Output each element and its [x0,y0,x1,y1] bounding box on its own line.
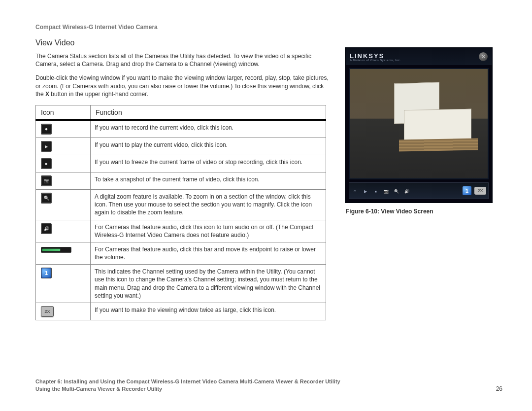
page-number: 26 [496,385,502,392]
channel-icon [41,268,52,278]
table-row: If you want to make the viewing window t… [36,303,326,320]
table-row: If you want to play the current video, c… [36,137,326,155]
video-area[interactable] [349,68,489,179]
para2-bold: X [45,91,49,98]
zoom-icon [41,193,52,204]
row-text: If you want to freeze the current frame … [91,155,326,172]
stop-icon [41,158,52,169]
page-footer: Chapter 6: Installing and Using the Comp… [35,378,502,392]
channel-icon[interactable] [463,186,471,195]
row-text: For Cameras that feature audio, click th… [91,220,326,242]
close-icon[interactable] [479,52,488,61]
table-row: This indicates the Channel setting used … [36,265,326,303]
stop-icon[interactable] [372,187,379,195]
controls-bar [349,182,489,199]
table-row: If you want to freeze the current frame … [36,155,326,172]
th-function: Function [91,105,326,120]
footer-line-1: Chapter 6: Installing and Using the Comp… [35,378,340,385]
table-row: For Cameras that feature audio, click th… [36,220,326,242]
record-icon[interactable] [351,187,359,195]
para2-post: button in the upper right-hand corner. [49,91,148,98]
icon-function-table: Icon Function If you want to record the … [35,105,326,320]
table-row: To take a snapshot of the current frame … [36,172,326,189]
table-row: If you want to record the current video,… [36,120,326,137]
row-text: If you want to play the current video, c… [91,137,326,155]
video-content-box [404,109,471,140]
table-row: For Cameras that feature audio, click th… [36,242,326,264]
figure-caption: Figure 6-10: View Video Screen [345,208,493,215]
audio-icon [41,223,52,234]
snapshot-icon [41,175,52,186]
volume-bar-icon [41,247,71,253]
row-text: To take a snapshot of the current frame … [91,172,326,189]
row-text: For Cameras that feature audio, click th… [91,242,326,264]
play-icon [41,141,52,152]
figure-window: LINKSYS A Division of Cisco Systems, Inc… [345,47,493,203]
page-header: Compact Wireless-G Internet Video Camera [35,24,502,31]
table-row: A digital zoom feature is available. To … [36,189,326,220]
zoom-icon[interactable] [393,187,400,195]
paragraph-1: The Camera Status section lists all of t… [35,52,331,68]
video-content-stack [399,138,478,152]
play-icon[interactable] [362,187,369,195]
snapshot-icon[interactable] [382,187,390,195]
footer-line-2: Using the Multi-Camera Viewer & Recorder… [35,385,340,392]
row-text: This indicates the Channel setting used … [91,265,326,303]
row-text: If you want to record the current video,… [91,120,326,137]
twox-icon[interactable] [474,187,486,195]
paragraph-2: Double-click the viewing window if you w… [35,74,331,98]
row-text: If you want to make the viewing window t… [91,303,326,320]
row-text: A digital zoom feature is available. To … [91,189,326,220]
audio-icon[interactable] [403,187,410,195]
record-icon [41,124,52,135]
twox-icon [41,306,54,317]
th-icon: Icon [36,105,91,120]
section-title: View Video [35,38,502,47]
figure-titlebar: LINKSYS A Division of Cisco Systems, Inc… [346,48,492,65]
brand-subtitle: A Division of Cisco Systems, Inc. [350,59,401,62]
